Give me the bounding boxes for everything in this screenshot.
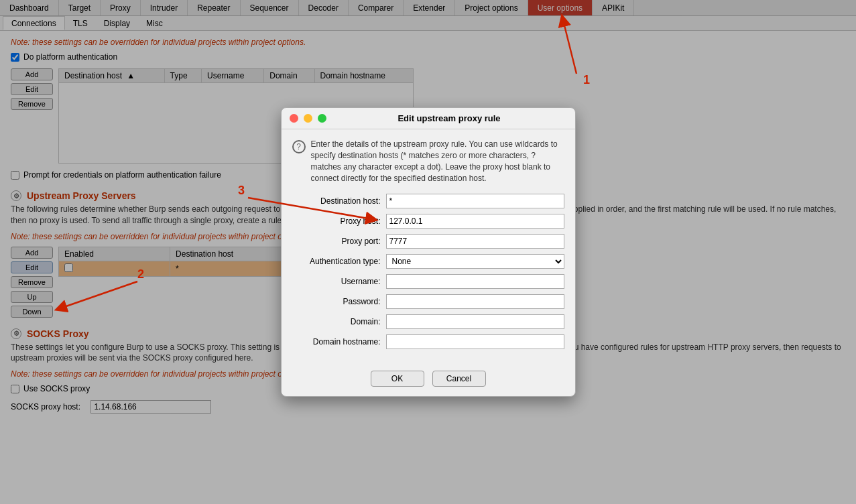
modal-overlay: Edit upstream proxy rule ? Enter the det…: [0, 0, 856, 504]
modal-titlebar: Edit upstream proxy rule: [282, 108, 575, 129]
modal-info-icon: ?: [292, 140, 306, 153]
modal-body: ? Enter the details of the upstream prox…: [282, 129, 575, 363]
edit-proxy-modal: Edit upstream proxy rule ? Enter the det…: [281, 107, 576, 396]
modal-title: Edit upstream proxy rule: [332, 113, 567, 123]
proxy-port-label: Proxy port:: [292, 237, 386, 246]
proxy-host-input[interactable]: [386, 214, 564, 229]
proxy-port-row: Proxy port:: [292, 234, 564, 249]
password-input[interactable]: [386, 294, 564, 309]
username-label: Username:: [292, 277, 386, 286]
auth-type-row: Authentication type: None Basic NTLMv1 N…: [292, 254, 564, 269]
modal-maximize-button[interactable]: [318, 114, 326, 123]
password-label: Password:: [292, 297, 386, 306]
modal-close-button[interactable]: [290, 114, 298, 123]
domain-hostname-label: Domain hostname:: [292, 337, 386, 346]
modal-cancel-button[interactable]: Cancel: [432, 371, 486, 387]
modal-info-text: Enter the details of the upstream proxy …: [311, 139, 564, 184]
auth-type-select[interactable]: None Basic NTLMv1 NTLMv2 Digest: [386, 254, 564, 269]
domain-hostname-input[interactable]: [386, 334, 564, 349]
modal-minimize-button[interactable]: [304, 114, 312, 123]
dest-host-label: Destination host:: [292, 196, 386, 206]
domain-hostname-row: Domain hostname:: [292, 334, 564, 349]
domain-input[interactable]: [386, 314, 564, 329]
domain-label: Domain:: [292, 317, 386, 326]
proxy-host-label: Proxy host:: [292, 216, 386, 226]
modal-ok-button[interactable]: OK: [371, 371, 424, 387]
username-row: Username:: [292, 274, 564, 289]
proxy-port-input[interactable]: [386, 234, 564, 249]
modal-footer: OK Cancel: [282, 364, 575, 396]
proxy-host-row: Proxy host:: [292, 214, 564, 229]
password-row: Password:: [292, 294, 564, 309]
dest-host-input[interactable]: [386, 194, 564, 208]
dest-host-row: Destination host:: [292, 194, 564, 208]
username-input[interactable]: [386, 274, 564, 289]
domain-row: Domain:: [292, 314, 564, 329]
modal-info: ? Enter the details of the upstream prox…: [292, 139, 564, 184]
auth-type-label: Authentication type:: [292, 257, 386, 266]
